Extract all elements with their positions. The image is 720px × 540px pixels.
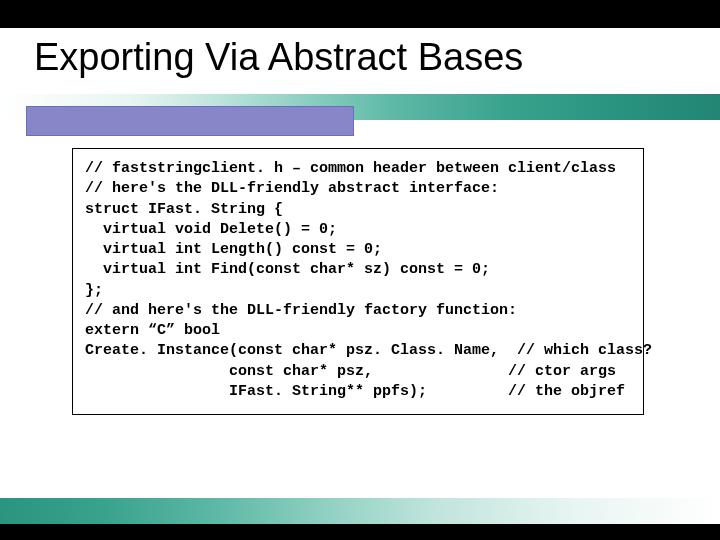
purple-accent-box — [26, 106, 354, 136]
code-line: extern “C” bool — [85, 321, 631, 341]
code-line: // here's the DLL-friendly abstract inte… — [85, 179, 631, 199]
code-line: struct IFast. String { — [85, 200, 631, 220]
code-line: virtual int Length() const = 0; — [85, 240, 631, 260]
code-line: IFast. String** ppfs); // the objref — [85, 382, 631, 402]
code-line: }; — [85, 281, 631, 301]
slide: Exporting Via Abstract Bases // faststri… — [0, 0, 720, 540]
code-line: const char* psz, // ctor args — [85, 362, 631, 382]
code-line: // and here's the DLL-friendly factory f… — [85, 301, 631, 321]
code-line: Create. Instance(const char* psz. Class.… — [85, 341, 631, 361]
slide-title: Exporting Via Abstract Bases — [34, 36, 523, 79]
bottom-bar — [0, 524, 720, 540]
top-bar — [0, 0, 720, 28]
bottom-gradient-bar — [0, 498, 720, 524]
code-line: virtual void Delete() = 0; — [85, 220, 631, 240]
code-line: // faststringclient. h – common header b… — [85, 159, 631, 179]
code-line: virtual int Find(const char* sz) const =… — [85, 260, 631, 280]
code-box: // faststringclient. h – common header b… — [72, 148, 644, 415]
